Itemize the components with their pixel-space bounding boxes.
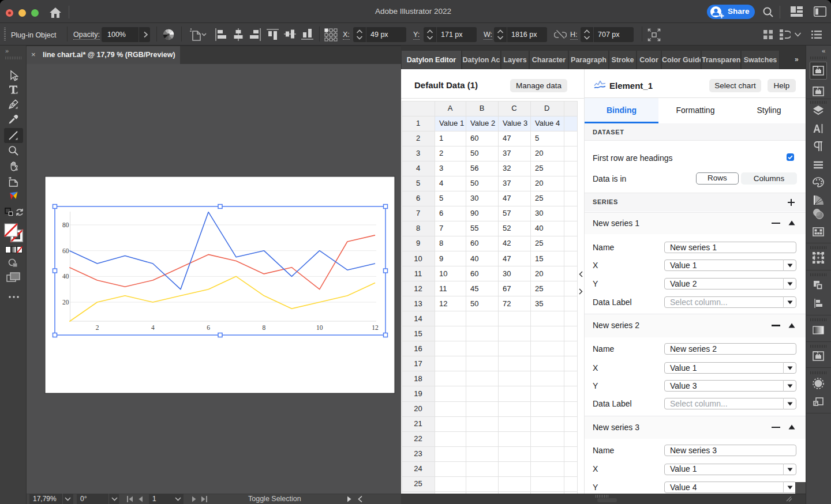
svg-text:60: 60: [62, 247, 69, 254]
svg-text:2: 2: [96, 324, 99, 331]
svg-text:20: 20: [62, 299, 69, 306]
svg-text:6: 6: [207, 324, 210, 331]
svg-text:10: 10: [316, 324, 323, 331]
svg-text:8: 8: [263, 324, 266, 331]
svg-text:80: 80: [62, 221, 69, 228]
svg-text:4: 4: [151, 324, 155, 331]
svg-text:40: 40: [62, 273, 69, 280]
svg-text:12: 12: [372, 324, 379, 331]
